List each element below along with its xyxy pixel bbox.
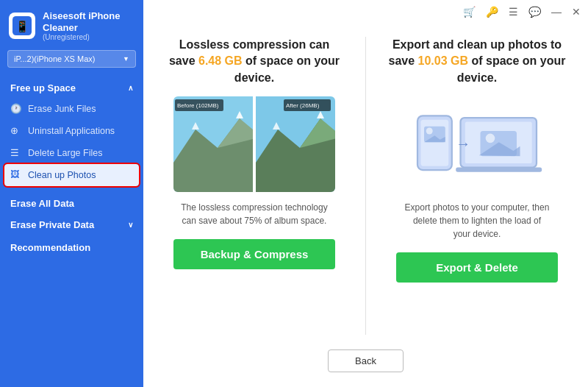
window-controls: 🛒 🔑 ☰ 💬 — ✕ <box>463 6 581 18</box>
free-up-label: Free up Space <box>10 82 76 93</box>
erase-all-label: Erase All Data <box>10 198 74 209</box>
nav-section-header-freeup[interactable]: Free up Space ∧ <box>0 77 143 98</box>
svg-rect-22 <box>456 168 542 172</box>
compress-size-highlight: 6.48 GB <box>198 54 243 67</box>
clock-icon: 🕐 <box>10 103 22 115</box>
app-name-line2: Cleaner <box>43 22 78 33</box>
app-name-block: Aiseesoft iPhone Cleaner (Unregistered) <box>43 10 120 41</box>
sidebar-label-uninstall: Uninstall Applications <box>28 126 115 136</box>
device-label: iP...2)(iPhone XS Max) <box>14 54 95 63</box>
compress-heading: Lossless compression can save 6.48 GB of… <box>165 37 343 86</box>
svg-text:📱: 📱 <box>15 20 29 33</box>
erase-private-label: Erase Private Data <box>10 219 94 230</box>
chevron-down-icon: ▼ <box>123 55 129 63</box>
panel-divider <box>365 37 366 335</box>
export-desc: Export photos to your computer, then del… <box>404 201 551 241</box>
main-content: 🛒 🔑 ☰ 💬 — ✕ Lossless compression can sav… <box>143 0 588 387</box>
sidebar-header: 📱 Aiseesoft iPhone Cleaner (Unregistered… <box>0 0 143 50</box>
section-chevron-icon[interactable]: ∧ <box>128 84 133 92</box>
chat-icon[interactable]: 💬 <box>528 6 541 18</box>
app-sub: (Unregistered) <box>43 33 120 41</box>
back-area: Back <box>143 349 588 387</box>
image-icon: 🖼 <box>10 169 22 181</box>
backup-compress-button[interactable]: Backup & Compress <box>173 239 335 269</box>
photo-comparison: Before (102MB) After (26MB) <box>173 96 335 192</box>
list-icon: ☰ <box>10 147 22 159</box>
close-icon[interactable]: ✕ <box>572 6 581 18</box>
sidebar: 📱 Aiseesoft iPhone Cleaner (Unregistered… <box>0 0 143 387</box>
svg-text:Before (102MB): Before (102MB) <box>177 102 219 109</box>
sidebar-item-erase-junk[interactable]: 🕐 Erase Junk Files <box>0 98 143 120</box>
device-illustration: → <box>411 96 543 192</box>
plus-circle-icon: ⊕ <box>10 125 22 137</box>
sidebar-label-delete-large: Delete Large Files <box>28 148 102 158</box>
svg-text:→: → <box>456 135 470 152</box>
private-chevron-icon[interactable]: ∨ <box>128 221 133 229</box>
export-heading-end: of space on your device. <box>457 54 566 83</box>
content-area: Lossless compression can save 6.48 GB of… <box>143 15 588 349</box>
sidebar-item-recommendation[interactable]: Recommendation <box>0 236 143 258</box>
svg-text:After (26MB): After (26MB) <box>286 102 320 109</box>
export-delete-button[interactable]: Export & Delete <box>396 252 558 283</box>
menu-icon[interactable]: ☰ <box>509 6 518 18</box>
recommendation-label: Recommendation <box>10 242 90 253</box>
app-name-line1: Aiseesoft iPhone <box>43 10 120 21</box>
export-panel: Export and clean up photos to save 10.03… <box>381 37 573 335</box>
app-name: Aiseesoft iPhone Cleaner <box>43 10 120 33</box>
sidebar-item-clean-photos[interactable]: 🖼 Clean up Photos <box>4 164 139 186</box>
sidebar-label-erase-junk: Erase Junk Files <box>28 104 96 114</box>
svg-point-26 <box>426 128 433 135</box>
back-button[interactable]: Back <box>328 349 404 372</box>
minimize-icon[interactable]: — <box>551 6 562 18</box>
export-heading: Export and clean up photos to save 10.03… <box>388 37 566 86</box>
cart-icon[interactable]: 🛒 <box>463 6 476 18</box>
sidebar-label-clean-photos: Clean up Photos <box>28 170 96 180</box>
key-icon[interactable]: 🔑 <box>486 6 498 18</box>
svg-rect-9 <box>253 96 256 192</box>
device-selector[interactable]: iP...2)(iPhone XS Max) ▼ <box>7 50 136 68</box>
sidebar-item-uninstall-apps[interactable]: ⊕ Uninstall Applications <box>0 120 143 142</box>
app-logo: 📱 <box>9 13 35 39</box>
sidebar-item-erase-private[interactable]: Erase Private Data ∨ <box>0 213 143 236</box>
nav-section-free-up: Free up Space ∧ 🕐 Erase Junk Files ⊕ Uni… <box>0 77 143 191</box>
svg-point-20 <box>486 134 495 143</box>
compress-heading-end: of space on your device. <box>234 54 340 83</box>
compress-desc: The lossless compression technology can … <box>181 201 328 227</box>
export-size-highlight: 10.03 GB <box>418 54 468 67</box>
compress-panel: Lossless compression can save 6.48 GB of… <box>158 37 351 335</box>
sidebar-item-erase-all[interactable]: Erase All Data <box>0 191 143 213</box>
sidebar-item-delete-large[interactable]: ☰ Delete Large Files <box>0 142 143 164</box>
